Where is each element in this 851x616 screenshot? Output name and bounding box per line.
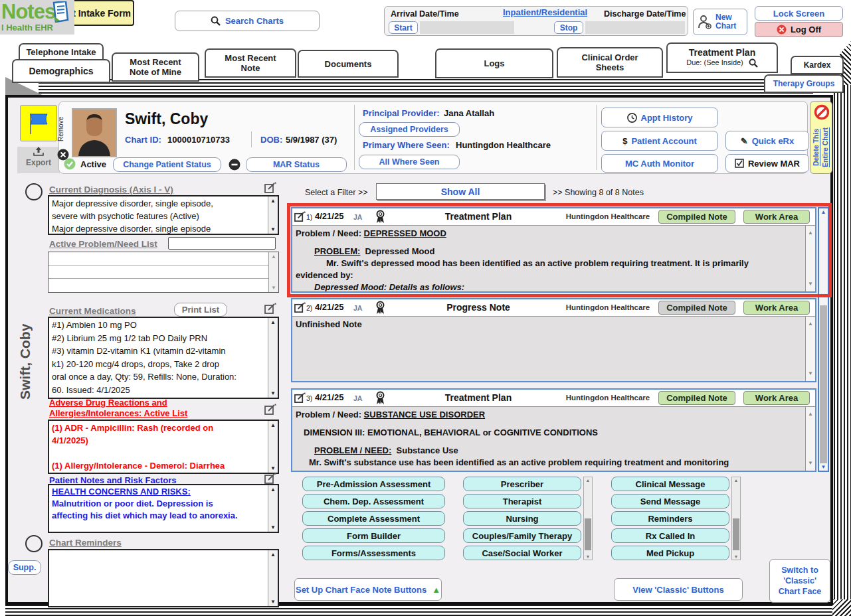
- scroll-down-icon[interactable]: ▼: [268, 390, 278, 396]
- note-button-med-pickup[interactable]: Med Pickup: [611, 546, 729, 560]
- reminders-radio[interactable]: [25, 535, 43, 552]
- patient-notes-risk-list[interactable]: HEALTH CONCERNS AND RISKS: Malnutrition …: [48, 484, 279, 533]
- active-problem-list[interactable]: ▲▼: [48, 252, 279, 293]
- note-button-couples-family[interactable]: Couples/Family Therapy: [463, 528, 581, 543]
- work-area-button[interactable]: Work Area: [743, 210, 810, 224]
- scroll-up-icon[interactable]: ▲: [268, 198, 278, 204]
- mc-auth-monitor-button[interactable]: MC Auth Monitor: [601, 154, 718, 173]
- compiled-note-button[interactable]: Compiled Note: [658, 301, 735, 315]
- delete-entire-chart-button[interactable]: Delete This Entire Chart: [810, 101, 832, 174]
- lock-screen-button[interactable]: Lock Screen: [755, 6, 843, 21]
- inpatient-residential-link[interactable]: Inpatient/Residential: [503, 7, 587, 17]
- scroll-down-icon[interactable]: ▼: [268, 465, 278, 471]
- scroll-down-icon[interactable]: ▼: [268, 524, 278, 530]
- note-card-3[interactable]: 3) 4/21/25 JA Treatment Plan Huntingdon …: [291, 388, 816, 472]
- scroll-down-icon[interactable]: ▼: [732, 554, 740, 559]
- problem-list-input[interactable]: [168, 237, 276, 250]
- change-patient-status-button[interactable]: Change Patient Status: [113, 157, 221, 172]
- current-diagnosis-list[interactable]: Major depressive disorder, single episod…: [48, 195, 279, 235]
- log-off-button[interactable]: Log Off: [755, 22, 843, 37]
- note-buttons-scrollbar[interactable]: ▲▼: [583, 477, 593, 560]
- tab-logs[interactable]: Logs: [435, 48, 553, 78]
- tab-clinical-order-sheets[interactable]: Clinical OrderSheets: [557, 47, 663, 78]
- scrollbar[interactable]: ▲▼: [268, 550, 278, 606]
- scrollbar[interactable]: ▲▼: [268, 252, 278, 292]
- tab-most-recent-note-of-mine[interactable]: Most RecentNote of Mine: [112, 52, 199, 82]
- compiled-note-button[interactable]: Compiled Note: [658, 391, 735, 405]
- note-button-clinical-message[interactable]: Clinical Message: [611, 477, 729, 491]
- scroll-thumb[interactable]: [733, 518, 739, 550]
- search-charts-button[interactable]: Search Charts: [175, 11, 320, 31]
- scroll-down-icon[interactable]: ▼: [819, 464, 828, 470]
- scroll-up-icon[interactable]: ▲: [268, 552, 278, 558]
- note-button-case-social-worker[interactable]: Case/Social Worker: [463, 546, 581, 560]
- note-button-reminders[interactable]: Reminders: [611, 511, 729, 526]
- work-area-button[interactable]: Work Area: [743, 391, 810, 405]
- patient-account-button[interactable]: $ Patient Account: [601, 131, 718, 151]
- open-note-icon[interactable]: [294, 302, 306, 313]
- scrollbar[interactable]: ▲▼: [805, 407, 815, 471]
- note-button-complete-assessment[interactable]: Complete Assessment: [302, 511, 445, 526]
- stop-button[interactable]: Stop: [554, 21, 583, 34]
- appt-history-button[interactable]: Appt History: [601, 108, 718, 127]
- edit-risk-icon[interactable]: [264, 473, 276, 485]
- scroll-up-icon[interactable]: ▲: [269, 254, 278, 260]
- scroll-up-icon[interactable]: ▲: [584, 478, 592, 483]
- view-classic-buttons-button[interactable]: View 'Classic' Buttons: [614, 578, 743, 601]
- note-body[interactable]: Unfinished Note ▲▼: [292, 316, 815, 381]
- scrollbar[interactable]: ▲▼: [805, 226, 815, 291]
- scrollbar[interactable]: ▲▼: [268, 485, 278, 532]
- tab-telephone-intake[interactable]: Telephone Intake: [19, 43, 104, 60]
- note-button-nursing[interactable]: Nursing: [463, 511, 581, 526]
- note-button-rx-called-in[interactable]: Rx Called In: [611, 528, 729, 543]
- remove-photo-icon[interactable]: [57, 149, 69, 161]
- print-list-button[interactable]: Print List: [174, 303, 227, 317]
- discharge-date-field[interactable]: [585, 21, 685, 34]
- tab-therapy-groups[interactable]: Therapy Groups: [764, 74, 844, 93]
- chart-flag-button[interactable]: [20, 105, 57, 141]
- switch-classic-chart-face-button[interactable]: Switch to 'Classic' Chart Face: [769, 559, 830, 603]
- export-button[interactable]: Export: [17, 147, 60, 173]
- scroll-down-icon[interactable]: ▼: [584, 554, 592, 559]
- tab-most-recent-note[interactable]: Most RecentNote: [205, 48, 296, 78]
- scroll-up-icon[interactable]: ▲: [819, 209, 828, 215]
- scrollbar[interactable]: ▲▼: [268, 318, 278, 398]
- scrollbar[interactable]: ▲▼: [268, 196, 278, 234]
- scroll-up-icon[interactable]: ▲: [806, 227, 815, 239]
- scroll-up-icon[interactable]: ▲: [732, 478, 740, 483]
- note-card-1[interactable]: 1) 4/21/25 JA Treatment Plan Huntingdon …: [291, 207, 816, 293]
- tab-demographics[interactable]: Demographics: [12, 59, 110, 83]
- setup-chart-face-buttons-button[interactable]: Set Up Chart Face Note Buttons ▲: [294, 578, 442, 601]
- assigned-providers-button[interactable]: Assigned Providers: [359, 122, 460, 137]
- note-button-prescriber[interactable]: Prescriber: [463, 477, 581, 491]
- note-button-forms-assessments[interactable]: Forms/Assessments: [302, 546, 445, 560]
- all-where-seen-button[interactable]: All Where Seen: [359, 155, 460, 169]
- note-card-2[interactable]: 2) 4/21/25 JA Progress Note Huntingdon H…: [291, 298, 816, 382]
- scroll-up-icon[interactable]: ▲: [268, 487, 278, 493]
- scroll-up-icon[interactable]: ▲: [268, 422, 278, 428]
- scrollbar[interactable]: ▲▼: [268, 421, 278, 473]
- note-button-therapist[interactable]: Therapist: [463, 494, 581, 508]
- start-button[interactable]: Start: [389, 21, 418, 34]
- allergies-list[interactable]: (1) ADR - Ampicillin: Rash (recorded on …: [48, 420, 279, 474]
- scroll-thumb[interactable]: [585, 518, 591, 550]
- note-button-pre-admission[interactable]: Pre-Admission Assessment: [302, 477, 445, 491]
- note-button-form-builder[interactable]: Form Builder: [302, 528, 445, 543]
- scroll-down-icon[interactable]: ▼: [268, 226, 278, 232]
- work-area-button[interactable]: Work Area: [743, 301, 810, 315]
- arrival-date-field[interactable]: [420, 21, 514, 34]
- current-medications-list[interactable]: #1) Ambien 10 mg PO #2) Librium 25 mg 1/…: [48, 317, 279, 399]
- scroll-thumb[interactable]: [820, 305, 827, 463]
- patient-photo[interactable]: [72, 108, 117, 157]
- tab-treatment-plan[interactable]: Treatment Plan Due: (See Inside): [666, 42, 778, 73]
- search-icon[interactable]: [749, 58, 758, 68]
- minus-circle-icon[interactable]: [229, 159, 240, 171]
- note-button-chem-dep[interactable]: Chem. Dep. Assessment: [302, 494, 445, 508]
- note-button-send-message[interactable]: Send Message: [611, 494, 729, 508]
- scroll-down-icon[interactable]: ▼: [806, 457, 815, 469]
- tab-documents[interactable]: Documents: [298, 50, 399, 78]
- scroll-up-icon[interactable]: ▲: [806, 318, 815, 330]
- filter-select[interactable]: Show All: [376, 183, 545, 200]
- scroll-up-icon[interactable]: ▲: [806, 408, 815, 420]
- edit-medications-icon[interactable]: [264, 303, 276, 315]
